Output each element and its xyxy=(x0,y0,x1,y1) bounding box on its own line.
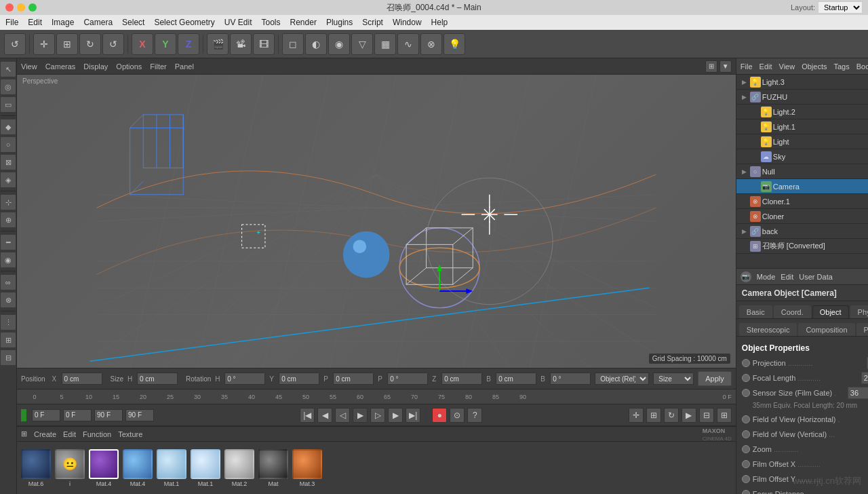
move-tool[interactable]: ✛ xyxy=(33,33,55,55)
obj-item-light1[interactable]: 💡 Light.1 ☐ ✓ xyxy=(736,119,868,134)
frame-input-2[interactable] xyxy=(63,409,92,421)
obj-view-menu[interactable]: View xyxy=(779,62,795,71)
measure-tool[interactable]: ━ xyxy=(0,234,16,250)
render-settings[interactable]: 📽 xyxy=(230,33,252,55)
tab-stereoscopic[interactable]: Stereoscopic xyxy=(739,323,797,336)
scale-tool[interactable]: ⊞ xyxy=(56,33,78,55)
z-axis[interactable]: Z xyxy=(178,33,199,55)
tab-protection[interactable]: Protection xyxy=(856,323,868,336)
move-key[interactable]: ✛ xyxy=(629,408,644,423)
tab-coord[interactable]: Coord. xyxy=(774,305,811,318)
tab-composition[interactable]: Composition xyxy=(798,323,854,336)
obj-item-converted[interactable]: ⊞ 召唤师 [Converted] ☐ xyxy=(736,239,868,254)
obj-item-light2[interactable]: 💡 Light.2 ☐ ✓ xyxy=(736,104,868,119)
mat-function-menu[interactable]: Function xyxy=(83,430,111,438)
sensor-size-input[interactable] xyxy=(848,387,868,399)
tab-basic[interactable]: Basic xyxy=(739,305,772,318)
material-mat6[interactable]: Mat.6 xyxy=(21,449,51,487)
fov-v-dot[interactable] xyxy=(742,430,750,438)
props-mode-tab[interactable]: Mode xyxy=(757,273,776,281)
vp-expand[interactable]: ⊞ xyxy=(705,60,717,73)
maximize-button[interactable] xyxy=(28,3,37,12)
rect-select[interactable]: ▭ xyxy=(0,96,16,113)
current-frame-input[interactable] xyxy=(32,409,60,421)
viewport[interactable]: Perspective xyxy=(17,75,736,368)
back-arrow[interactable]: ▶ xyxy=(741,227,749,235)
material-mat4-blue[interactable]: Mat.4 xyxy=(123,449,153,487)
auto-keyframe[interactable]: ⊙ xyxy=(450,408,465,423)
vp-menu[interactable]: ▼ xyxy=(719,60,732,73)
menu-edit[interactable]: Edit xyxy=(28,18,42,27)
help-button[interactable]: ? xyxy=(467,408,482,423)
timeline-snap[interactable]: ⊟ xyxy=(699,408,714,423)
model-mode[interactable]: ◆ xyxy=(0,119,16,135)
vp-filter-menu[interactable]: Filter xyxy=(150,62,166,71)
y-position-input[interactable] xyxy=(279,373,319,385)
mat-texture-menu[interactable]: Texture xyxy=(118,430,142,438)
obj-item-light3[interactable]: ▶ 💡 Light.3 ☐ ✓ xyxy=(736,75,868,90)
undo-button[interactable]: ↺ xyxy=(4,33,26,55)
film-offset-x-dot[interactable] xyxy=(742,460,750,468)
menu-window[interactable]: Window xyxy=(393,18,422,27)
viewport-solo[interactable]: ◉ xyxy=(0,252,16,268)
focus-distance-dot[interactable] xyxy=(742,490,750,494)
loop-button[interactable]: ↻ xyxy=(664,408,679,423)
focal-length-input[interactable] xyxy=(861,372,868,384)
obj-bookmarks-menu[interactable]: Bookmarks xyxy=(856,62,868,71)
null-arrow[interactable]: ▶ xyxy=(741,168,749,176)
plugin-tool[interactable]: ⊞ xyxy=(0,332,16,348)
obj-item-fuzhu[interactable]: ▶ 🔗 FUZHU ☐ ✓ xyxy=(736,90,868,104)
obj-file-menu[interactable]: File xyxy=(741,62,753,71)
obj-tags-menu[interactable]: Tags xyxy=(833,62,849,71)
apply-button[interactable]: Apply xyxy=(698,371,732,386)
prev-key-button[interactable]: ◁ xyxy=(335,408,350,423)
obj-item-cloner1[interactable]: ⊗ Cloner.1 ☐ ✓ xyxy=(736,194,868,209)
z-position-input[interactable] xyxy=(441,373,482,385)
vp-display-menu[interactable]: Display xyxy=(83,62,108,71)
h-size-input[interactable] xyxy=(137,373,178,385)
menu-select-geometry[interactable]: Select Geometry xyxy=(154,18,214,27)
plane-tool[interactable]: ▦ xyxy=(374,33,396,55)
play-button[interactable]: ▶ xyxy=(353,408,368,423)
texture-mode[interactable]: ⊠ xyxy=(0,154,16,170)
obj-edit-menu[interactable]: Edit xyxy=(760,62,772,71)
record-all[interactable]: ▶ xyxy=(682,408,696,423)
obj-item-null[interactable]: ▶ ○ Null ☐ xyxy=(736,164,868,179)
menu-camera[interactable]: Camera xyxy=(83,18,113,27)
material-i[interactable]: 😐 i xyxy=(55,449,85,487)
layout-dropdown[interactable]: Startup xyxy=(818,1,863,14)
menu-uv-edit[interactable]: UV Edit xyxy=(224,18,252,27)
x-position-input[interactable] xyxy=(62,373,102,385)
axis-tool[interactable]: ⊕ xyxy=(0,212,16,228)
select-tool[interactable]: ↖ xyxy=(0,61,16,77)
menu-select[interactable]: Select xyxy=(122,18,144,27)
menu-help[interactable]: Help xyxy=(431,18,448,27)
obj-item-light[interactable]: 💡 Light ☐ ✓ 🟨 ⚪ xyxy=(736,134,868,149)
frame-input-4[interactable] xyxy=(125,409,154,421)
close-button[interactable] xyxy=(5,3,14,12)
focal-length-dot[interactable] xyxy=(742,374,750,382)
sym-tool[interactable]: ⊗ xyxy=(420,33,442,55)
projection-dot[interactable] xyxy=(742,359,750,367)
material-mat1-1[interactable]: Mat.1 xyxy=(157,449,186,487)
sphere-tool[interactable]: ◉ xyxy=(328,33,350,55)
bezier-tool[interactable]: ∿ xyxy=(397,33,419,55)
menu-render[interactable]: Render xyxy=(290,18,317,27)
vp-panel-menu[interactable]: Panel xyxy=(175,62,194,71)
material-mat2[interactable]: Mat.2 xyxy=(224,449,254,487)
p-size-input[interactable] xyxy=(333,373,374,385)
menu-file[interactable]: File xyxy=(5,18,18,27)
render-all[interactable]: 🎞 xyxy=(253,33,275,55)
cone-tool[interactable]: ▽ xyxy=(351,33,373,55)
material-mat1-2[interactable]: Mat.1 xyxy=(191,449,220,487)
goto-start-button[interactable]: |◀ xyxy=(300,408,315,423)
scale-key[interactable]: ⊞ xyxy=(646,408,661,423)
next-frame-button[interactable]: ▶ xyxy=(388,408,403,423)
fov-h-dot[interactable] xyxy=(742,415,750,423)
goto-end-button[interactable]: ▶| xyxy=(406,408,420,423)
live-select[interactable]: ◎ xyxy=(0,79,16,95)
h-rot-input[interactable] xyxy=(224,373,265,385)
record-button[interactable]: ● xyxy=(432,408,447,423)
timeline-view[interactable]: ⊞ xyxy=(717,408,732,423)
obj-item-cloner[interactable]: ⊗ Cloner ☐ ✓ 🟨 ◉ xyxy=(736,209,868,224)
